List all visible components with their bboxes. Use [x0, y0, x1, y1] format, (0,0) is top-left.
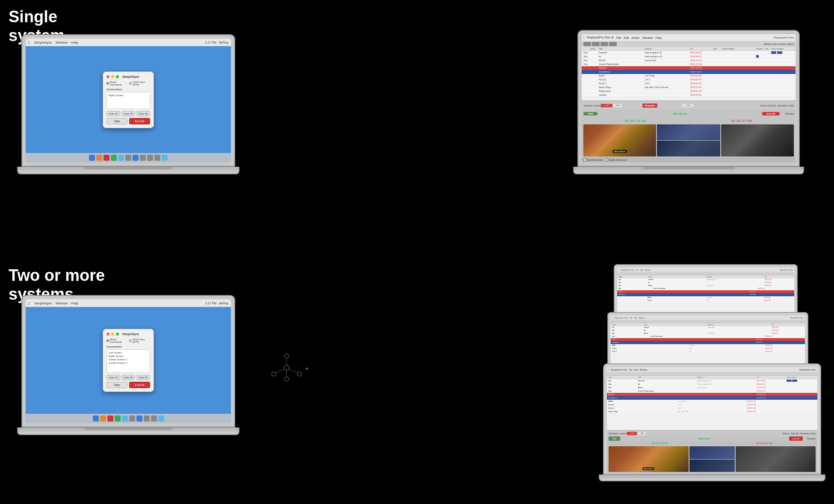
- taskbar-icon-5: [125, 155, 131, 161]
- mac-menubar-top:  SimpleSync Window Help 2:17 PM AirPlay: [26, 38, 231, 46]
- network-diagram-icon: [269, 353, 304, 383]
- program-panel: [721, 124, 794, 156]
- svg-point-2: [272, 372, 276, 376]
- taskbar-icon-6: [133, 155, 139, 161]
- radio-row: Direct Command Clock Sync (NTP): [106, 81, 150, 86]
- close-dot: [106, 75, 109, 78]
- svg-point-4: [284, 377, 289, 381]
- pbpro-bottom-controls: Geometry Levels +1.00 0.00 Preview +0.00…: [582, 100, 796, 162]
- svg-point-3: [297, 372, 302, 376]
- radio-row-multi: Direct Command Clock Sync (NTP): [106, 338, 150, 343]
- taskbar-icon-10: [162, 155, 168, 161]
- connections-list: Right Screen: [106, 92, 150, 109]
- maximize-dot: [116, 75, 119, 78]
- minimize-dot: [111, 75, 114, 78]
- pbpro-toolbar: Simple Auto Screen Setup: [582, 41, 796, 47]
- simplesync-dialog: SimpleSync Direct Command Clock Sync (NT…: [103, 71, 154, 128]
- simplesync-titlebar: SimpleSync: [106, 75, 150, 78]
- svg-line-7: [289, 369, 298, 373]
- pbpro-table-body: Skip Farewell Fads ending to JG 00:01:03…: [582, 51, 796, 100]
- dialog-title: SimpleSync: [122, 75, 139, 78]
- svg-point-0: [284, 365, 289, 370]
- goto10-btn[interactable]: Goto 10: [106, 111, 120, 116]
- svg-line-6: [275, 369, 284, 373]
- mac-taskbar: [26, 153, 231, 162]
- taskbar-icon-4: [118, 155, 124, 161]
- preview-panel: Mars Rover: [583, 124, 656, 156]
- action-buttons: Take End All: [106, 118, 150, 124]
- laptop-single-simplesync:  SimpleSync Window Help 2:17 PM AirPlay: [21, 34, 235, 174]
- goto30-btn[interactable]: Goto 30: [136, 111, 150, 116]
- taskbar-icon-3: [111, 155, 117, 161]
- action-buttons-multi: Take End All: [106, 382, 150, 388]
- two-label-line1: Two or more: [9, 266, 105, 284]
- taskbar-icon-8: [147, 155, 153, 161]
- goto20-btn-multi[interactable]: Goto 20: [121, 375, 135, 380]
- taskbar-icon-2: [104, 155, 109, 161]
- goto30-btn-multi[interactable]: Goto 30: [136, 375, 150, 380]
- connections-label-multi: Connections: [106, 345, 150, 348]
- svg-point-1: [284, 354, 289, 358]
- laptop-multi-simplesync:  SimpleSync Window Help 2:17 PM AirPlay: [21, 295, 235, 435]
- dialog-title-multi: SimpleSync: [122, 333, 139, 336]
- simplesync-titlebar-multi: SimpleSync: [106, 333, 150, 336]
- goto10-btn-multi[interactable]: Goto 10: [106, 375, 120, 380]
- stacked-laptop-front: PlaybackPro PlusFileEditWindow Playback…: [603, 363, 821, 481]
- end-all-button[interactable]: End All: [129, 118, 150, 124]
- network-icon-area: [261, 351, 312, 385]
- pbpro-table-header: State Title Section TC Live Loop Positio…: [582, 47, 796, 51]
- taskbar-icon-1: [96, 155, 102, 161]
- pbpro-menubar:  PlaybackPro Plus ★ File Edit Action Wi…: [582, 34, 796, 41]
- end-all-button-multi[interactable]: End All: [129, 382, 150, 388]
- taskbar-icon-9: [154, 155, 160, 161]
- simplesync-dialog-multi: SimpleSync Direct Command Clock Sync (NT…: [103, 329, 154, 392]
- connections-list-multi: Left Screen Right Screen Center Screen 1…: [106, 349, 150, 373]
- taskbar-icon-7: [140, 155, 146, 161]
- goto-buttons-multi: Goto 10 Goto 20 Goto 30: [106, 375, 150, 380]
- take-button[interactable]: Take: [106, 118, 127, 124]
- take-button-multi[interactable]: Take: [106, 382, 127, 388]
- mac-taskbar-bottom: [26, 414, 231, 423]
- goto20-btn[interactable]: Goto 20: [121, 111, 135, 116]
- taskbar-icon-finder: [89, 155, 95, 161]
- laptop-single-playbackpro:  PlaybackPro Plus ★ File Edit Action Wi…: [577, 30, 800, 174]
- mac-menubar-bottom:  SimpleSync Window Help 2:17 PM AirPlay: [26, 299, 231, 307]
- single-label-line1: Single: [9, 8, 57, 26]
- connections-label: Connections: [106, 88, 150, 91]
- goto-buttons: Goto 10 Goto 20 Goto 30: [106, 111, 150, 116]
